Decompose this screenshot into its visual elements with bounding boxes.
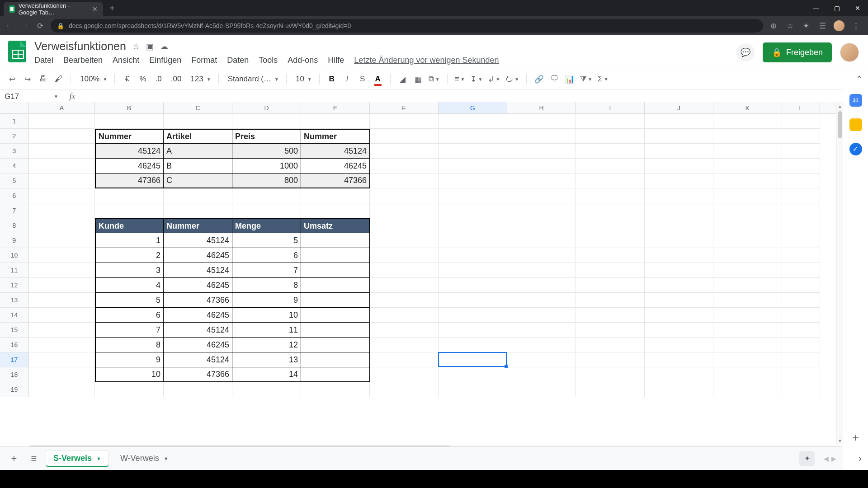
cell[interactable] [95, 114, 164, 129]
cell[interactable] [645, 293, 713, 308]
cell[interactable]: 500 [232, 144, 301, 159]
formula-input[interactable] [81, 89, 868, 103]
cell[interactable] [713, 263, 782, 278]
cell[interactable] [29, 352, 95, 367]
cell[interactable] [29, 323, 95, 338]
cell[interactable] [370, 338, 439, 352]
cell[interactable] [576, 159, 645, 174]
row-header[interactable]: 7 [0, 203, 29, 218]
grid[interactable]: A B C D E F G H I J K L 12NummerArtikelP… [0, 102, 843, 445]
cell[interactable]: 6 [95, 308, 164, 323]
col-header-K[interactable]: K [713, 102, 782, 113]
print-button[interactable]: 🖶 [36, 72, 50, 86]
nav-forward-button[interactable]: → [20, 21, 30, 31]
cell[interactable]: B [164, 159, 232, 174]
browser-tab[interactable]: Verweisfunktionen - Google Tab… ✕ [4, 2, 103, 16]
cell[interactable] [439, 218, 507, 233]
cell[interactable] [164, 382, 232, 397]
insert-chart-button[interactable]: 📊 [563, 72, 576, 86]
cell[interactable] [29, 278, 95, 293]
row-header[interactable]: 10 [0, 248, 29, 263]
cell[interactable]: 46245 [164, 248, 232, 263]
col-header-B[interactable]: B [95, 102, 164, 113]
cell[interactable] [29, 367, 95, 382]
cell[interactable] [576, 233, 645, 248]
col-header-I[interactable]: I [576, 102, 645, 113]
cell[interactable] [507, 278, 576, 293]
add-sheet-button[interactable]: + [6, 451, 22, 466]
cell[interactable]: 45124 [95, 144, 164, 159]
cell[interactable] [713, 293, 782, 308]
cell[interactable] [713, 218, 782, 233]
borders-button[interactable]: ▦ [411, 72, 425, 86]
cell[interactable] [29, 338, 95, 352]
cell[interactable] [713, 367, 782, 382]
cell[interactable] [439, 159, 507, 174]
cell[interactable] [370, 367, 439, 382]
col-header-D[interactable]: D [232, 102, 301, 113]
browser-menu-icon[interactable]: ⋮ [851, 21, 861, 31]
row-header[interactable]: 8 [0, 218, 29, 233]
sheets-logo-icon[interactable] [5, 40, 29, 63]
cell[interactable] [576, 129, 645, 144]
wrap-button[interactable]: ↲▼ [486, 72, 502, 86]
row-header[interactable]: 16 [0, 338, 29, 352]
cell[interactable] [782, 159, 820, 174]
tasks-icon[interactable] [849, 143, 862, 155]
cell[interactable] [645, 338, 713, 352]
cell[interactable] [164, 114, 232, 129]
cell[interactable]: 6 [232, 248, 301, 263]
cell[interactable] [645, 323, 713, 338]
col-header-L[interactable]: L [782, 102, 820, 113]
cell[interactable] [713, 308, 782, 323]
cell[interactable]: 10 [232, 308, 301, 323]
font-dropdown[interactable]: Standard (…▼ [224, 72, 281, 86]
row-header[interactable]: 2 [0, 129, 29, 144]
row-header[interactable]: 1 [0, 114, 29, 129]
cell[interactable] [29, 382, 95, 397]
cell[interactable] [713, 188, 782, 203]
cell[interactable] [782, 293, 820, 308]
menu-data[interactable]: Daten [227, 56, 249, 65]
cell[interactable] [164, 188, 232, 203]
row-header[interactable]: 3 [0, 144, 29, 159]
cell[interactable]: Artikel [164, 129, 232, 144]
cell[interactable] [645, 218, 713, 233]
cell[interactable] [301, 188, 370, 203]
cell[interactable] [507, 233, 576, 248]
cell[interactable]: 5 [95, 293, 164, 308]
cell[interactable] [645, 278, 713, 293]
cell[interactable] [301, 382, 370, 397]
cell[interactable] [507, 174, 576, 188]
menu-edit[interactable]: Bearbeiten [63, 56, 103, 65]
menu-help[interactable]: Hilfe [328, 56, 344, 65]
merge-cells-button[interactable]: ⧉▼ [427, 72, 442, 86]
cell[interactable]: 45124 [164, 323, 232, 338]
insert-comment-button[interactable]: 🗨 [547, 72, 561, 86]
sheet-nav-left-icon[interactable]: ◀ [824, 455, 829, 462]
cell[interactable] [301, 203, 370, 218]
cell[interactable] [439, 263, 507, 278]
cell[interactable] [576, 278, 645, 293]
cell[interactable] [782, 338, 820, 352]
name-box[interactable]: G17 ▼ [0, 89, 63, 103]
cell[interactable] [576, 293, 645, 308]
window-close-button[interactable]: ✕ [847, 0, 868, 16]
sheet-tab-w-verweis[interactable]: W-Verweis ▼ [113, 450, 176, 467]
cell[interactable] [507, 218, 576, 233]
comments-button[interactable]: 💬 [736, 43, 755, 61]
cell[interactable] [782, 367, 820, 382]
decrease-decimal-button[interactable]: .0 [152, 72, 165, 86]
undo-button[interactable]: ↩ [5, 72, 19, 86]
cell[interactable] [713, 323, 782, 338]
cell[interactable] [713, 278, 782, 293]
cell[interactable] [29, 233, 95, 248]
cell[interactable] [782, 263, 820, 278]
row-header[interactable]: 11 [0, 263, 29, 278]
cell[interactable]: 45124 [164, 233, 232, 248]
row-header[interactable]: 17 [0, 352, 29, 367]
cell[interactable] [301, 263, 370, 278]
cell[interactable] [645, 188, 713, 203]
cell[interactable]: 47366 [164, 293, 232, 308]
cell[interactable] [507, 352, 576, 367]
